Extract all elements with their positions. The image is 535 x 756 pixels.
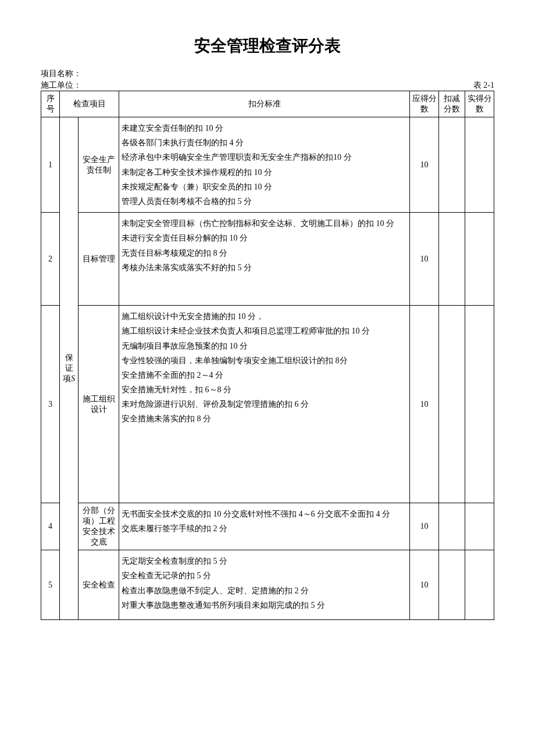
table-row: 4 分部（分项）工程安全技术交底 无书面安全技术交底的扣 10 分交底针对性不强… xyxy=(41,503,494,550)
cell-deduct xyxy=(439,117,465,213)
header-max-score: 应得分数 xyxy=(410,91,439,117)
cell-max-score: 10 xyxy=(410,306,439,503)
cell-max-score: 10 xyxy=(410,117,439,213)
cell-seq: 4 xyxy=(41,503,60,550)
cell-item: 安全生产责任制 xyxy=(79,117,119,213)
table-row: 1 保证项S 安全生产责任制 未建立安全责任制的扣 10 分各级各部门未执行责任… xyxy=(41,117,494,213)
cell-item: 目标管理 xyxy=(79,213,119,306)
cell-seq: 1 xyxy=(41,117,60,213)
table-row: 3 施工组织设计 施工组织设计中无安全措施的扣 10 分，施工组织设计未经企业技… xyxy=(41,306,494,503)
cell-deduct xyxy=(439,306,465,503)
cell-criteria: 未制定安全管理目标（伤亡控制指标和安全达标、文明施工目标）的扣 10 分未进行安… xyxy=(119,213,410,306)
table-number: 表 2-1 xyxy=(473,80,494,91)
cell-actual xyxy=(465,117,494,213)
cell-seq: 5 xyxy=(41,550,60,620)
cell-item: 分部（分项）工程安全技术交底 xyxy=(79,503,119,550)
group-label-cell: 保证项S xyxy=(60,117,79,620)
group-label-text-2: S xyxy=(71,374,75,383)
cell-actual xyxy=(465,503,494,550)
project-name-label: 项目名称： xyxy=(41,69,494,79)
cell-criteria: 无书面安全技术交底的扣 10 分交底针对性不强扣 4～6 分交底不全面扣 4 分… xyxy=(119,503,410,550)
cell-actual xyxy=(465,213,494,306)
cell-item: 安全检查 xyxy=(79,550,119,620)
table-row: 2 目标管理 未制定安全管理目标（伤亡控制指标和安全达标、文明施工目标）的扣 1… xyxy=(41,213,494,306)
cell-criteria: 施工组织设计中无安全措施的扣 10 分，施工组织设计未经企业技术负责人和项目总监… xyxy=(119,306,410,503)
cell-max-score: 10 xyxy=(410,550,439,620)
cell-item: 施工组织设计 xyxy=(79,306,119,503)
header-deduct: 扣减分数 xyxy=(439,91,465,117)
table-header-row: 序号 检查项目 扣分标准 应得分数 扣减分数 实得分数 xyxy=(41,91,494,117)
page-title: 安全管理检查评分表 xyxy=(41,35,494,57)
header-criteria: 扣分标准 xyxy=(119,91,410,117)
cell-seq: 2 xyxy=(41,213,60,306)
cell-deduct xyxy=(439,503,465,550)
cell-seq: 3 xyxy=(41,306,60,503)
cell-max-score: 10 xyxy=(410,213,439,306)
cell-actual xyxy=(465,306,494,503)
cell-max-score: 10 xyxy=(410,503,439,550)
header-seq: 序号 xyxy=(41,91,60,117)
score-table: 序号 检查项目 扣分标准 应得分数 扣减分数 实得分数 1 保证项S 安全生产责… xyxy=(41,91,494,620)
cell-criteria: 未建立安全责任制的扣 10 分各级各部门未执行责任制的扣 4 分经济承包中未明确… xyxy=(119,117,410,213)
table-row: 5 安全检查 无定期安全检查制度的扣 5 分安全检查无记录的扣 5 分检查出事故… xyxy=(41,550,494,620)
cell-deduct xyxy=(439,550,465,620)
cell-deduct xyxy=(439,213,465,306)
cell-actual xyxy=(465,550,494,620)
header-item: 检查项目 xyxy=(60,91,119,117)
cell-criteria: 无定期安全检查制度的扣 5 分安全检查无记录的扣 5 分检查出事故隐患做不到定人… xyxy=(119,550,410,620)
construction-unit-label: 施工单位： xyxy=(41,80,81,91)
header-actual: 实得分数 xyxy=(465,91,494,117)
